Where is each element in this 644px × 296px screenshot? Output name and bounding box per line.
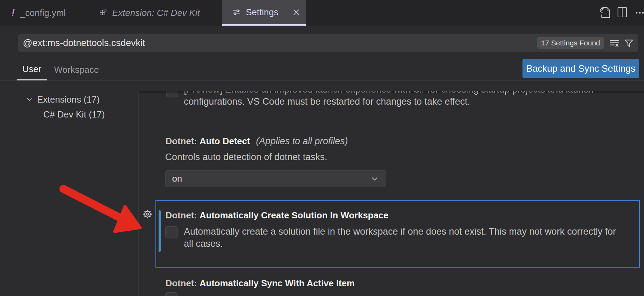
search-query-text: @ext:ms-dotnettools.csdevkit [23, 38, 537, 49]
settings-sliders-icon [232, 8, 240, 16]
setting-gear-icon[interactable] [142, 209, 153, 219]
auto-create-solution-description: Automatically create a solution file in … [184, 226, 627, 250]
scope-note: (Applies to all profiles) [256, 136, 348, 146]
settings-list: [Preview] Enables an improved launch exp… [139, 91, 644, 296]
scroll-shadow [139, 91, 644, 94]
tab-label: _config.yml [20, 8, 66, 18]
toc-item-label: Extensions (17) [37, 94, 100, 105]
split-editor-icon[interactable] [617, 7, 627, 17]
vscode-settings-window: ! _config.yml Extension: C# Dev Kit [0, 0, 644, 296]
open-settings-json-icon[interactable] [599, 6, 612, 19]
setting-name: Auto Detect [197, 136, 250, 146]
extensions-icon [99, 9, 108, 17]
setting-name: Automatically Create Solution In Workspa… [197, 210, 388, 220]
auto-detect-dropdown[interactable]: on [165, 170, 386, 187]
more-actions-icon[interactable] [635, 8, 644, 18]
setting-category: Dotnet: [166, 210, 197, 220]
filter-settings-icon[interactable] [623, 37, 634, 49]
modified-indicator [159, 210, 161, 252]
dropdown-value: on [172, 173, 370, 184]
settings-search-input[interactable]: @ext:ms-dotnettools.csdevkit 17 Settings… [18, 34, 638, 52]
tab-workspace-settings[interactable]: Workspace [52, 59, 101, 81]
backup-sync-settings-button[interactable]: Backup and Sync Settings [522, 59, 639, 78]
auto-detect-description: Controls auto detection of dotnet tasks. [165, 151, 610, 163]
scope-bar-divider [0, 80, 644, 81]
clear-search-icon[interactable] [608, 37, 620, 49]
tab-label: Settings [246, 7, 278, 18]
setting-name: Automatically Sync With Active Item [197, 278, 355, 288]
auto-detect-title: Dotnet: Auto Detect(Applies to all profi… [166, 136, 348, 146]
toc-item-extensions[interactable]: Extensions (17) [26, 95, 100, 104]
auto-sync-title: Dotnet: Automatically Sync With Active I… [166, 278, 355, 288]
warning-icon: ! [11, 7, 15, 18]
tab-settings[interactable]: Settings [222, 0, 306, 26]
auto-sync-description: When enabled, this will keep the item se… [184, 294, 629, 296]
auto-create-solution-title: Dotnet: Automatically Create Solution In… [166, 210, 388, 220]
tab-config-yml[interactable]: ! _config.yml [0, 0, 90, 26]
toc-item-label: C# Dev Kit (17) [43, 109, 105, 120]
chevron-down-icon [370, 174, 379, 183]
setting-category: Dotnet: [166, 136, 197, 146]
toc-item-csdevkit[interactable]: C# Dev Kit (17) [43, 110, 105, 119]
auto-create-solution-checkbox[interactable] [165, 226, 178, 238]
tab-label: Extension: C# Dev Kit [112, 8, 200, 18]
close-icon[interactable] [293, 9, 299, 16]
auto-create-solution-row[interactable]: Dotnet: Automatically Create Solution In… [155, 200, 640, 268]
tab-user-settings[interactable]: User [17, 59, 47, 81]
auto-sync-checkbox[interactable] [165, 292, 178, 296]
toc-splitter[interactable] [138, 91, 139, 296]
setting-category: Dotnet: [166, 278, 197, 288]
editor-tab-strip: ! _config.yml Extension: C# Dev Kit [0, 0, 644, 26]
tab-extension-csdevkit[interactable]: Extension: C# Dev Kit [90, 0, 222, 26]
chevron-down-icon [26, 96, 33, 103]
results-count-badge: 17 Settings Found [537, 37, 604, 49]
